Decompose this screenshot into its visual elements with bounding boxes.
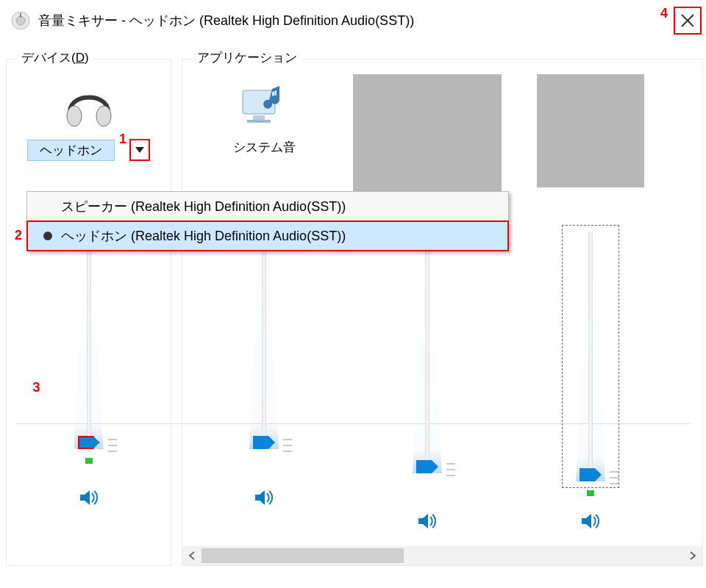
svg-point-6: [96, 106, 111, 126]
app-channel-system-sounds: システム音: [182, 62, 346, 533]
svg-rect-2: [20, 13, 21, 18]
chevron-left-icon: [188, 551, 196, 560]
scroll-thumb[interactable]: [202, 548, 404, 563]
speaker-icon: [253, 487, 275, 509]
device-channel: ヘッドホン 1 3: [7, 62, 171, 511]
svg-marker-14: [582, 514, 591, 528]
window-title: 音量ミキサー - ヘッドホン (Realtek High Definition …: [38, 12, 414, 29]
app-mute-button[interactable]: [414, 509, 441, 533]
chevron-right-icon: [689, 551, 696, 560]
app-channel-unknown-1: [346, 62, 509, 533]
app-volume-slider[interactable]: [570, 232, 611, 481]
scroll-left-button[interactable]: [182, 546, 202, 565]
app-channels: システム音: [182, 62, 702, 533]
content: デバイス(D) ヘッドホン 1 3: [0, 59, 706, 566]
device-mute-button[interactable]: [76, 484, 102, 511]
annotation-4: 4: [660, 6, 668, 21]
svg-marker-7: [135, 147, 144, 153]
annotation-1: 1: [119, 132, 126, 147]
app-icon-placeholder: [537, 74, 644, 187]
option-bullet-selected: [35, 232, 61, 240]
applications-pane: アプリケーション システム音: [182, 59, 703, 566]
svg-marker-13: [418, 514, 428, 528]
headphone-icon: [63, 77, 115, 135]
device-option-headphone[interactable]: ヘッドホン (Realtek High Definition Audio(SST…: [27, 221, 508, 251]
horizontal-scrollbar[interactable]: [182, 546, 702, 565]
svg-rect-10: [253, 115, 265, 120]
device-name-button[interactable]: ヘッドホン: [27, 140, 115, 161]
speaker-icon: [416, 510, 438, 532]
annotation-3: 3: [33, 380, 40, 395]
focused-slider-frame: [564, 227, 617, 486]
device-dropdown-menu: スピーカー (Realtek High Definition Audio(SST…: [26, 191, 509, 251]
device-option-speaker[interactable]: スピーカー (Realtek High Definition Audio(SST…: [27, 192, 508, 221]
app-label: システム音: [233, 139, 296, 161]
chevron-down-icon: [135, 147, 144, 153]
option-label: ヘッドホン (Realtek High Definition Audio(SST…: [61, 227, 346, 245]
scroll-track[interactable]: [202, 546, 683, 565]
close-button[interactable]: [674, 7, 702, 35]
svg-marker-8: [80, 490, 90, 505]
scroll-right-button[interactable]: [683, 546, 702, 565]
device-selector: ヘッドホン 1: [27, 139, 150, 161]
device-pane: デバイス(D) ヘッドホン 1 3: [6, 59, 171, 566]
apps-section-label: アプリケーション: [193, 49, 302, 66]
option-label: スピーカー (Realtek High Definition Audio(SST…: [61, 198, 346, 215]
app-mute-button[interactable]: [251, 484, 277, 511]
app-icon-placeholder: [353, 74, 502, 196]
app-volume-slider[interactable]: [407, 246, 448, 473]
speaker-icon: [78, 487, 100, 509]
device-dropdown-button[interactable]: [129, 139, 150, 161]
svg-point-5: [67, 106, 82, 126]
svg-marker-12: [255, 490, 265, 505]
titlebar: 音量ミキサー - ヘッドホン (Realtek High Definition …: [0, 0, 706, 41]
system-sounds-icon: [237, 77, 291, 135]
svg-rect-11: [247, 120, 271, 123]
app-mute-button[interactable]: [577, 509, 604, 533]
app-channel-unknown-2: [509, 62, 672, 533]
speaker-icon: [580, 510, 602, 532]
volume-mixer-icon: [10, 10, 31, 31]
device-section-label: デバイス(D): [17, 49, 93, 66]
